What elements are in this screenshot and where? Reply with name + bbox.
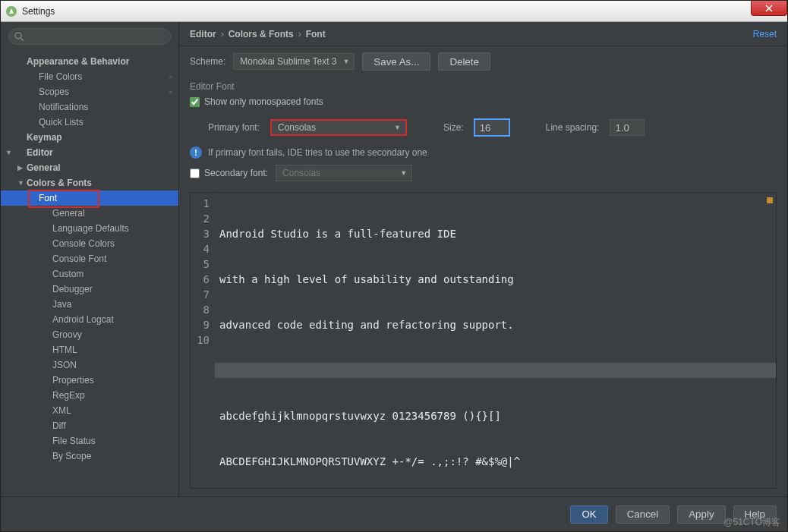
tree-json[interactable]: JSON [1, 357, 178, 373]
search-icon [14, 31, 24, 42]
chevron-right-icon: ▶ [17, 164, 23, 172]
breadcrumb: Editor › Colors & Fonts › Font Reset [179, 22, 787, 46]
editor-gutter: 12345678910 [191, 193, 215, 488]
tree-console-colors[interactable]: Console Colors [1, 236, 178, 251]
line-spacing-label: Line spacing: [546, 122, 600, 133]
delete-button[interactable]: Delete [438, 52, 490, 71]
tree-editor[interactable]: ▼Editor [1, 145, 178, 160]
tree-properties[interactable]: Properties [1, 373, 178, 388]
watermark: @51CTO博客 [723, 516, 780, 529]
tree-android-logcat[interactable]: Android Logcat [1, 312, 178, 327]
tree-console-font[interactable]: Console Font [1, 251, 178, 266]
tree-language-defaults[interactable]: Language Defaults [1, 221, 178, 236]
chevron-down-icon: ▼ [5, 149, 12, 156]
preview-line [219, 499, 771, 515]
secondary-font-checkbox[interactable]: Secondary font: [190, 168, 268, 178]
tree-xml[interactable]: XML [1, 403, 178, 418]
breadcrumb-font: Font [306, 29, 326, 39]
breadcrumb-colors-fonts[interactable]: Colors & Fonts [229, 29, 294, 39]
svg-point-1 [15, 33, 21, 39]
show-monospaced-input[interactable] [190, 97, 200, 107]
editor-marker [767, 197, 773, 203]
tree-file-status[interactable]: File Status [1, 433, 178, 449]
tree-diff[interactable]: Diff [1, 418, 178, 433]
scheme-label: Scheme: [190, 56, 225, 67]
tree-by-scope[interactable]: By Scope [1, 449, 178, 464]
preview-line: ABCDEFGHIJKLMNOPQRSTUVWXYZ +-*/= .,;:!? … [219, 454, 771, 469]
info-icon: ! [190, 146, 202, 159]
tree-font[interactable]: Font [1, 190, 178, 206]
window-title: Settings [22, 6, 55, 17]
primary-font-label: Primary font: [208, 122, 260, 133]
preview-line: advanced code editing and refactoring su… [219, 317, 771, 332]
preview-line: abcdefghijklmnopqrstuvwxyz 0123456789 ()… [219, 408, 771, 423]
tree-file-colors[interactable]: File Colors▫ [1, 69, 178, 84]
titlebar: Settings [1, 1, 787, 22]
secondary-font-input[interactable] [190, 168, 200, 178]
reset-link[interactable]: Reset [753, 29, 777, 39]
content-panel: Editor › Colors & Fonts › Font Reset Sch… [179, 22, 787, 496]
tree-debugger[interactable]: Debugger [1, 282, 178, 297]
editor-font-section: Editor Font [179, 77, 787, 93]
tree-custom[interactable]: Custom [1, 266, 178, 282]
primary-font-combo[interactable]: Consolas ▼ [270, 119, 407, 136]
scheme-combo[interactable]: Monokai Sublime Text 3 ▼ [233, 53, 355, 70]
tree-quick-lists[interactable]: Quick Lists [1, 115, 178, 130]
size-input[interactable] [474, 119, 509, 136]
app-icon [5, 5, 17, 17]
settings-sidebar: Appearance & Behavior File Colors▫ Scope… [1, 22, 179, 496]
tree-java[interactable]: Java [1, 297, 178, 312]
close-icon [765, 5, 773, 12]
tree-keymap[interactable]: Keymap [1, 130, 178, 145]
settings-tree[interactable]: Appearance & Behavior File Colors▫ Scope… [1, 51, 178, 496]
project-icon: ▫ [169, 72, 172, 81]
preview-line: with a high level of usability and outst… [219, 272, 771, 287]
secondary-font-combo: Consolas ▼ [276, 165, 412, 181]
breadcrumb-editor[interactable]: Editor [190, 29, 216, 39]
breadcrumb-sep: › [298, 29, 301, 39]
tree-appearance-behavior[interactable]: Appearance & Behavior [1, 54, 178, 69]
font-preview-editor[interactable]: 12345678910 Android Studio is a full-fea… [190, 192, 777, 489]
tree-editor-general[interactable]: ▶General [1, 160, 178, 175]
chevron-down-icon: ▼ [342, 58, 349, 65]
chevron-down-icon: ▼ [400, 169, 407, 177]
preview-line: Android Studio is a full-featured IDE [219, 226, 771, 241]
save-as-button[interactable]: Save As... [362, 52, 430, 71]
preview-line-current [215, 363, 776, 378]
size-label: Size: [443, 122, 464, 133]
tree-colors-fonts[interactable]: ▼Colors & Fonts [1, 175, 178, 190]
search-input[interactable] [8, 28, 171, 45]
tree-scopes[interactable]: Scopes▫ [1, 84, 178, 99]
tree-cf-general[interactable]: General [1, 206, 178, 221]
tree-groovy[interactable]: Groovy [1, 327, 178, 342]
chevron-down-icon: ▼ [17, 179, 24, 187]
tree-regexp[interactable]: RegExp [1, 388, 178, 403]
show-monospaced-checkbox[interactable]: Show only monospaced fonts [190, 96, 323, 107]
tree-notifications[interactable]: Notifications [1, 99, 178, 115]
breadcrumb-sep: › [221, 29, 224, 39]
editor-code[interactable]: Android Studio is a full-featured IDE wi… [215, 193, 776, 488]
svg-line-2 [20, 38, 24, 41]
project-icon: ▫ [169, 87, 172, 96]
window-close-button[interactable] [751, 1, 787, 16]
chevron-down-icon: ▼ [394, 124, 401, 131]
info-text: If primary font fails, IDE tries to use … [208, 147, 427, 158]
line-spacing-input[interactable] [610, 119, 645, 136]
tree-html[interactable]: HTML [1, 342, 178, 357]
